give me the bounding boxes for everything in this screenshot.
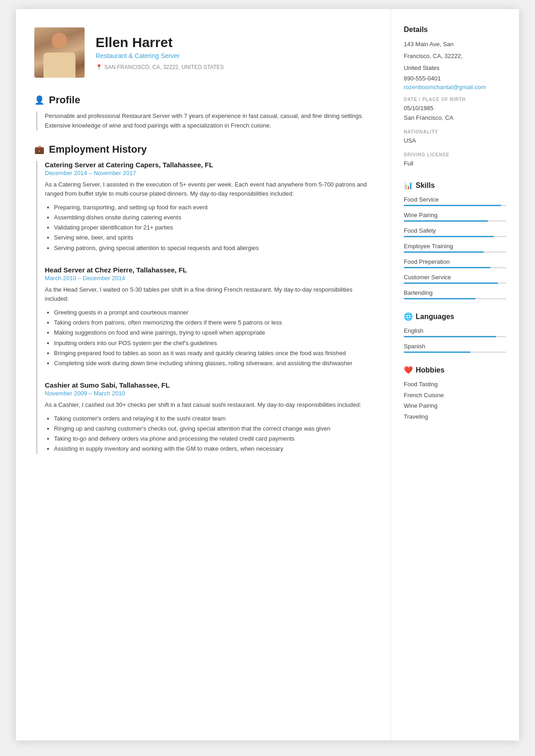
skill-item-7: Bartending bbox=[404, 289, 506, 299]
lang-bar-bg-1 bbox=[404, 336, 506, 337]
job-1-description: As a Catering Server, I assisted in the … bbox=[45, 180, 372, 199]
list-item: Serving patrons, giving special attentio… bbox=[54, 243, 372, 253]
skill-item-3: Food Safety bbox=[404, 227, 506, 237]
dob-place: San Francisco, CA bbox=[404, 113, 506, 123]
header-info: Ellen Harret Restaurant & Catering Serve… bbox=[96, 35, 372, 70]
hobby-4: Traveling bbox=[404, 411, 506, 422]
skill-bar-fill-1 bbox=[404, 205, 501, 206]
details-address-1: 143 Main Ave, San bbox=[404, 39, 506, 49]
language-item-2: Spanish bbox=[404, 343, 506, 353]
skill-bar-fill-4 bbox=[404, 251, 484, 253]
nationality-label: NATIONALITY bbox=[404, 129, 506, 134]
languages-icon: 🌐 bbox=[404, 312, 413, 321]
resume-wrapper: Ellen Harret Restaurant & Catering Serve… bbox=[16, 9, 519, 740]
language-item-1: English bbox=[404, 327, 506, 337]
list-item: Assembling dishes onsite during catering… bbox=[54, 213, 372, 223]
skill-bar-bg-5 bbox=[404, 267, 506, 268]
list-item: Validating proper identification for 21+… bbox=[54, 223, 372, 233]
languages-section: 🌐 Languages English Spanish bbox=[404, 312, 506, 353]
list-item: Serving wine, beer, and spirits bbox=[54, 233, 372, 243]
languages-title: 🌐 Languages bbox=[404, 312, 506, 321]
profile-title: Profile bbox=[49, 94, 80, 106]
skills-icon: 📊 bbox=[404, 181, 413, 190]
skill-bar-fill-3 bbox=[404, 236, 494, 237]
details-phone: 890-555-0401 bbox=[404, 75, 506, 82]
main-content: Ellen Harret Restaurant & Catering Serve… bbox=[16, 9, 391, 740]
job-3: Cashier at Sumo Sabi, Tallahassee, FL No… bbox=[45, 381, 372, 454]
header-section: Ellen Harret Restaurant & Catering Serve… bbox=[34, 27, 372, 78]
skill-bar-fill-6 bbox=[404, 282, 498, 284]
details-address-3: United States bbox=[404, 63, 506, 73]
skill-bar-bg-2 bbox=[404, 220, 506, 222]
dob-label: DATE / PLACE OF BIRTH bbox=[404, 97, 506, 102]
skill-item-5: Food Preperation bbox=[404, 258, 506, 268]
skill-bar-bg-4 bbox=[404, 251, 506, 253]
employment-title: Employment History bbox=[49, 144, 147, 155]
profile-text: Personable and professional Restaurant S… bbox=[45, 112, 372, 131]
lang-bar-fill-1 bbox=[404, 336, 496, 337]
details-section: Details 143 Main Ave, San Francisco, CA,… bbox=[404, 26, 506, 168]
job-1: Catering Server at Catering Capers, Tall… bbox=[45, 161, 372, 253]
job-1-dates: December 2014 – November 2017 bbox=[45, 170, 372, 176]
list-item: Assisting in supply inventory and workin… bbox=[54, 444, 372, 454]
skill-item-6: Customer Service bbox=[404, 274, 506, 284]
job-2-description: As the Head Server, I waited on 5-30 tab… bbox=[45, 285, 372, 304]
job-3-bullets: Taking customer's orders and relaying it… bbox=[45, 414, 372, 454]
skill-item-1: Food Service bbox=[404, 196, 506, 206]
list-item: Taking to-go and delivery orders via pho… bbox=[54, 434, 372, 444]
details-title: Details bbox=[404, 26, 506, 34]
employment-header: 💼 Employment History bbox=[34, 144, 372, 155]
skill-bar-fill-2 bbox=[404, 220, 488, 222]
avatar bbox=[34, 27, 85, 78]
profile-header: 👤 Profile bbox=[34, 94, 372, 106]
employment-divider: Catering Server at Catering Capers, Tall… bbox=[36, 161, 372, 454]
job-3-title: Cashier at Sumo Sabi, Tallahassee, FL bbox=[45, 381, 372, 389]
job-2-title: Head Server at Chez Pierre, Tallahassee,… bbox=[45, 266, 372, 274]
list-item: Greeting guests in a prompt and courteou… bbox=[54, 308, 372, 318]
skill-bar-bg-6 bbox=[404, 282, 506, 284]
license-value: Full bbox=[404, 159, 506, 169]
candidate-name: Ellen Harret bbox=[96, 35, 372, 50]
skill-bar-bg-1 bbox=[404, 205, 506, 206]
profile-divider: Personable and professional Restaurant S… bbox=[36, 112, 372, 131]
candidate-location: 📍 SAN FRANCISCO, CA, 32222, UNITED STATE… bbox=[96, 64, 372, 70]
dob-value: 05/10/1985 bbox=[404, 104, 506, 113]
list-item: Taking customer's orders and relaying it… bbox=[54, 414, 372, 424]
skill-bar-fill-5 bbox=[404, 267, 491, 268]
job-3-description: As a Cashier, I cashed out 30+ checks pe… bbox=[45, 400, 372, 410]
job-1-title: Catering Server at Catering Capers, Tall… bbox=[45, 161, 372, 169]
candidate-title: Restaurant & Catering Server bbox=[96, 52, 372, 59]
skill-bar-fill-7 bbox=[404, 298, 476, 299]
skill-bar-bg-7 bbox=[404, 298, 506, 299]
profile-icon: 👤 bbox=[34, 95, 44, 105]
employment-icon: 💼 bbox=[34, 144, 44, 154]
job-2-dates: March 2010 – December 2014 bbox=[45, 275, 372, 282]
lang-bar-fill-2 bbox=[404, 351, 471, 353]
location-icon: 📍 bbox=[96, 64, 102, 70]
list-item: Making suggestions on food and wine pair… bbox=[54, 328, 372, 338]
skills-title: 📊 Skills bbox=[404, 181, 506, 190]
license-label: DRIVING LICENSE bbox=[404, 152, 506, 157]
list-item: Bringing prepared food to tables as soon… bbox=[54, 348, 372, 358]
hobby-3: Wine Pairing bbox=[404, 400, 506, 411]
job-2: Head Server at Chez Pierre, Tallahassee,… bbox=[45, 266, 372, 368]
job-1-bullets: Preparing, transporting, and setting up … bbox=[45, 202, 372, 253]
job-2-bullets: Greeting guests in a prompt and courteou… bbox=[45, 308, 372, 368]
hobby-1: Food Tasting bbox=[404, 379, 506, 389]
sidebar: Details 143 Main Ave, San Francisco, CA,… bbox=[391, 9, 519, 740]
hobbies-section: ❤️ Hobbies Food Tasting French Cuisine W… bbox=[404, 366, 506, 422]
profile-section: 👤 Profile Personable and professional Re… bbox=[34, 94, 372, 131]
skills-section: 📊 Skills Food Service Wine Pairing Food … bbox=[404, 181, 506, 299]
details-email: rozenboomchantal@gmail.com bbox=[404, 84, 506, 91]
list-item: Preparing, transporting, and setting up … bbox=[54, 202, 372, 213]
job-3-dates: November 2009 – March 2010 bbox=[45, 390, 372, 397]
skill-item-4: Employee Training bbox=[404, 243, 506, 253]
nationality-value: USA bbox=[404, 136, 506, 146]
details-address-2: Francisco, CA, 32222, bbox=[404, 51, 506, 61]
lang-bar-bg-2 bbox=[404, 351, 506, 353]
list-item: Ringing up and cashing customer's checks… bbox=[54, 424, 372, 434]
hobbies-title: ❤️ Hobbies bbox=[404, 366, 506, 374]
employment-section: 💼 Employment History Catering Server at … bbox=[34, 144, 372, 454]
hobbies-icon: ❤️ bbox=[404, 366, 413, 374]
hobby-2: French Cuisine bbox=[404, 390, 506, 400]
